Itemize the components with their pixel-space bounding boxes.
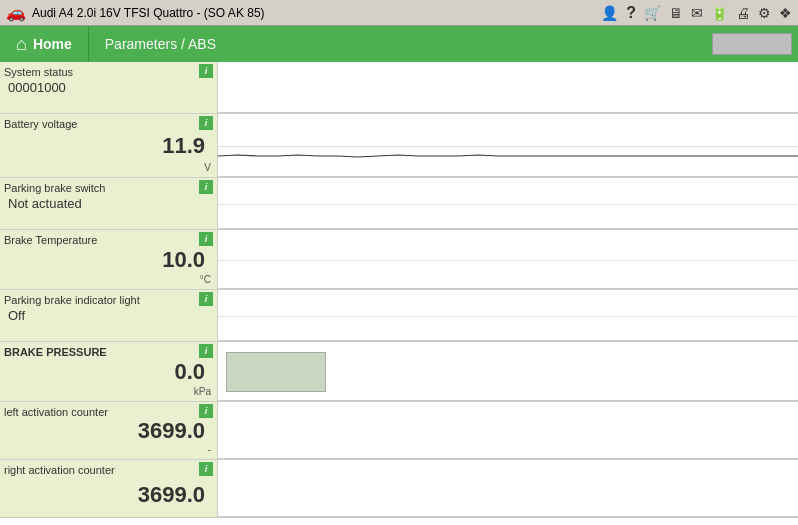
- brake-pressure-bar-fill: [227, 353, 325, 391]
- right-counter-divider: [218, 516, 798, 517]
- monitor-icon[interactable]: 🖥: [669, 5, 683, 21]
- param-right-parking-brake: [218, 178, 798, 229]
- cart-icon[interactable]: 🛒: [644, 5, 661, 21]
- brake-temp-value: 10.0: [162, 247, 209, 273]
- battery-info-btn[interactable]: i: [199, 116, 213, 130]
- param-left-parking-brake: Parking brake switch i Not actuated: [0, 178, 218, 229]
- param-right-brake-temp: [218, 230, 798, 289]
- question-icon[interactable]: ?: [626, 4, 636, 22]
- title-bar: 🚗 Audi A4 2.0i 16V TFSI Quattro - (SO AK…: [0, 0, 798, 26]
- parking-indicator-info-btn[interactable]: i: [199, 292, 213, 306]
- brake-pressure-value: 0.0: [174, 359, 209, 385]
- print-icon[interactable]: 🖨: [736, 5, 750, 21]
- param-left-right-counter: right activation counter i 3699.0: [0, 460, 218, 517]
- brake-pressure-label: BRAKE PRESSURE: [4, 344, 107, 358]
- car-icon: 🚗: [6, 3, 26, 22]
- right-counter-info-btn[interactable]: i: [199, 462, 213, 476]
- system-status-label: System status: [4, 64, 73, 78]
- main-content: System status i 00001000 Battery voltage…: [0, 62, 798, 525]
- param-label-row-parking: Parking brake switch i: [4, 180, 213, 194]
- brake-temp-info-btn[interactable]: i: [199, 232, 213, 246]
- indicator-divider: [218, 340, 798, 341]
- param-left-battery: Battery voltage i 11.9 V: [0, 114, 218, 177]
- nav-right-box: [712, 33, 792, 55]
- battery-value: 11.9: [162, 133, 209, 159]
- page-title: Parameters / ABS: [89, 36, 712, 52]
- param-row-system-status: System status i 00001000: [0, 62, 798, 114]
- param-row-brake-pressure: BRAKE PRESSURE i 0.0 kPa: [0, 342, 798, 402]
- param-label-row-right-counter: right activation counter i: [4, 462, 213, 476]
- param-row-parking-brake: Parking brake switch i Not actuated: [0, 178, 798, 230]
- param-right-system-status: [218, 62, 798, 113]
- param-row-left-counter: left activation counter i 3699.0 -: [0, 402, 798, 460]
- parking-divider-mid: [218, 204, 798, 205]
- brake-pressure-bar-container: [226, 352, 326, 392]
- param-right-brake-pressure: [218, 342, 798, 401]
- param-left-brake-pressure: BRAKE PRESSURE i 0.0 kPa: [0, 342, 218, 401]
- parking-indicator-value: Off: [4, 306, 213, 325]
- title-bar-icons: 👤 ? 🛒 🖥 ✉ 🔋 🖨 ⚙ ❖: [601, 4, 792, 22]
- right-counter-unit: [4, 513, 213, 515]
- parking-brake-info-btn[interactable]: i: [199, 180, 213, 194]
- param-label-row-brake-temp: Brake Temperature i: [4, 232, 213, 246]
- parking-brake-label: Parking brake switch: [4, 180, 106, 194]
- person-icon[interactable]: 👤: [601, 5, 618, 21]
- parking-indicator-label: Parking brake indicator light: [4, 292, 140, 306]
- battery-divider-mid: [218, 146, 798, 147]
- param-row-brake-temp: Brake Temperature i 10.0 °C: [0, 230, 798, 290]
- left-counter-unit: -: [4, 444, 213, 457]
- battery-unit: V: [4, 162, 213, 175]
- param-right-parking-indicator: [218, 290, 798, 341]
- bluetooth-icon[interactable]: ❖: [779, 5, 792, 21]
- brake-temp-divider-mid: [218, 260, 798, 261]
- param-right-left-counter: [218, 402, 798, 459]
- param-left-parking-indicator: Parking brake indicator light i Off: [0, 290, 218, 341]
- left-counter-info-btn[interactable]: i: [199, 404, 213, 418]
- param-left-system-status: System status i 00001000: [0, 62, 218, 113]
- brake-pressure-divider: [218, 400, 798, 401]
- car-model-label: Audi A4 2.0i 16V TFSI Quattro - (SO AK 8…: [32, 6, 265, 20]
- indicator-divider-mid: [218, 316, 798, 317]
- battery-label: Battery voltage: [4, 116, 77, 130]
- brake-temp-label: Brake Temperature: [4, 232, 97, 246]
- param-label-row-brake-pressure: BRAKE PRESSURE i: [4, 344, 213, 358]
- param-row-parking-indicator: Parking brake indicator light i Off: [0, 290, 798, 342]
- battery-divider: [218, 176, 798, 177]
- param-row-battery: Battery voltage i 11.9 V: [0, 114, 798, 178]
- home-icon: ⌂: [16, 34, 27, 55]
- brake-temp-divider: [218, 288, 798, 289]
- home-label: Home: [33, 36, 72, 52]
- right-counter-label: right activation counter: [4, 462, 115, 476]
- system-status-info-btn[interactable]: i: [199, 64, 213, 78]
- home-button[interactable]: ⌂ Home: [0, 26, 89, 62]
- param-label-row-indicator: Parking brake indicator light i: [4, 292, 213, 306]
- brake-temp-unit: °C: [4, 274, 213, 287]
- param-label-row-left-counter: left activation counter i: [4, 404, 213, 418]
- param-right-right-counter: [218, 460, 798, 517]
- param-left-brake-temp: Brake Temperature i 10.0 °C: [0, 230, 218, 289]
- brake-pressure-info-btn[interactable]: i: [199, 344, 213, 358]
- param-row-right-counter: right activation counter i 3699.0: [0, 460, 798, 518]
- system-status-value: 00001000: [4, 78, 213, 97]
- param-label-row-battery: Battery voltage i: [4, 116, 213, 130]
- brake-pressure-unit: kPa: [4, 386, 213, 399]
- param-left-left-counter: left activation counter i 3699.0 -: [0, 402, 218, 459]
- left-counter-divider: [218, 458, 798, 459]
- settings-icon[interactable]: ⚙: [758, 5, 771, 21]
- parking-divider: [218, 228, 798, 229]
- param-label-row: System status i: [4, 64, 213, 78]
- divider: [218, 112, 798, 113]
- param-right-battery: [218, 114, 798, 177]
- parking-brake-value: Not actuated: [4, 194, 213, 213]
- right-counter-value: 3699.0: [138, 482, 209, 508]
- left-counter-value: 3699.0: [138, 418, 209, 444]
- email-icon[interactable]: ✉: [691, 5, 703, 21]
- battery-icon[interactable]: 🔋: [711, 5, 728, 21]
- nav-bar: ⌂ Home Parameters / ABS: [0, 26, 798, 62]
- title-bar-left: 🚗 Audi A4 2.0i 16V TFSI Quattro - (SO AK…: [6, 3, 265, 22]
- left-counter-label: left activation counter: [4, 404, 108, 418]
